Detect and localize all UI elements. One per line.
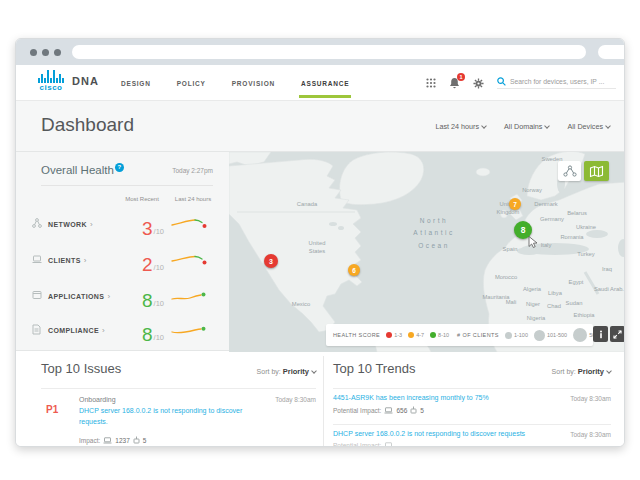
orange-range-dot	[408, 332, 414, 338]
map-expand-button[interactable]	[610, 326, 625, 342]
topology-view-button[interactable]	[558, 161, 581, 181]
nav-item-policy[interactable]: POLICY	[177, 65, 206, 101]
map-info-button[interactable]	[593, 326, 608, 342]
client-device-icon	[384, 442, 393, 447]
issue-category: Onboarding	[79, 396, 116, 403]
clients-icon	[32, 254, 42, 264]
help-icon[interactable]: ?	[115, 163, 124, 172]
clients-size-large	[573, 328, 587, 342]
health-score-legend-label: HEALTH SCORE	[333, 332, 380, 338]
trends-sort-dropdown[interactable]: Sort by:Priority	[552, 367, 611, 376]
map-legend: HEALTH SCORE 1-3 4-7 8-10 # OF CLIENTS 1…	[326, 324, 593, 346]
site-marker-southeast-us[interactable]: 6	[348, 264, 360, 276]
priority-badge: P1	[46, 404, 58, 415]
cisco-dna-logo[interactable]: cisco DNA	[38, 70, 99, 92]
cisco-logo-icon: cisco	[38, 70, 64, 92]
network-icon	[32, 218, 42, 228]
overall-health-section: Overall Health? Today 2:27pm Most Recent…	[16, 151, 625, 351]
trend-link[interactable]: DHCP server 168.0.0.2 is not responding …	[333, 430, 525, 437]
clients-legend-label: # OF CLIENTS	[457, 332, 499, 338]
compliance-score: 8	[142, 325, 153, 344]
clients-score: 2	[142, 255, 153, 274]
col-last-24-hours: Last 24 hours	[168, 196, 218, 202]
geo-health-map[interactable]: Canada United States Mexico Sweden Norwa…	[229, 152, 625, 352]
chevron-down-icon	[481, 123, 487, 129]
col-most-recent: Most Recent	[119, 196, 165, 202]
cisco-wordmark: cisco	[40, 84, 63, 92]
applications-score: 8	[142, 291, 153, 310]
main-menu: DESIGN POLICY PROVISION ASSURANCE	[121, 65, 349, 101]
network-sparkline	[171, 216, 209, 232]
trend-impact: Potential Impact: 656 5	[333, 406, 424, 414]
window-control-dot[interactable]	[30, 49, 37, 56]
issues-sort-dropdown[interactable]: Sort by:Priority	[257, 367, 316, 376]
issue-link[interactable]: DHCP server 168.0.0.2 is not responding …	[79, 406, 254, 427]
notification-count-badge: 1	[457, 73, 465, 81]
compliance-icon	[32, 324, 41, 335]
trends-title: Top 10 Trends	[333, 361, 415, 376]
client-device-icon	[384, 407, 393, 414]
nav-item-provision[interactable]: PROVISION	[232, 65, 275, 101]
applications-icon	[32, 290, 42, 300]
health-row-applications: APPLICATIONS 8/10	[16, 282, 229, 310]
window-control-dot[interactable]	[54, 49, 61, 56]
pointer-cursor-icon	[528, 236, 538, 248]
dashboard-filters: Last 24 hours All Domains All Devices	[436, 122, 610, 131]
trend-time: Today 8:30am	[570, 431, 611, 438]
network-link[interactable]: NETWORK	[48, 220, 93, 229]
page-header: Dashboard Last 24 hours All Domains All …	[16, 101, 625, 151]
access-point-icon	[410, 406, 417, 414]
chevron-down-icon	[545, 123, 551, 129]
divider	[41, 388, 316, 389]
issues-title: Top 10 Issues	[41, 361, 121, 376]
applications-link[interactable]: APPLICATIONS	[48, 292, 110, 301]
clients-link[interactable]: CLIENTS	[48, 256, 87, 265]
search-icon	[497, 77, 506, 86]
map-view-button[interactable]	[584, 161, 609, 181]
compliance-link[interactable]: COMPLIANCE	[48, 326, 105, 335]
clients-sparkline	[171, 252, 209, 268]
time-range-dropdown[interactable]: Last 24 hours	[436, 122, 487, 131]
devices-dropdown[interactable]: All Devices	[567, 122, 610, 131]
chevron-down-icon	[311, 368, 317, 374]
bottom-panels: Top 10 Issues Sort by:Priority P1 Onboar…	[16, 352, 625, 447]
health-row-network: NETWORK 3/10	[16, 210, 229, 238]
access-point-icon	[133, 436, 140, 444]
settings-gear-icon[interactable]	[473, 78, 484, 89]
apps-grid-icon[interactable]	[426, 78, 436, 88]
green-range-dot	[430, 332, 436, 338]
trend-impact: Potential Impact:	[333, 442, 393, 447]
overall-health-panel: Overall Health? Today 2:27pm Most Recent…	[16, 152, 229, 352]
nav-item-design[interactable]: DESIGN	[121, 65, 151, 101]
trend-link[interactable]: 4451-ASR9K has been increasing monthly t…	[333, 394, 489, 401]
trend-time: Today 8:30am	[570, 395, 611, 402]
screenshot-canvas: cisco DNA DESIGN POLICY PROVISION ASSURA…	[0, 0, 640, 480]
client-device-icon	[103, 437, 112, 444]
address-bar[interactable]	[72, 45, 586, 59]
search-input[interactable]	[510, 78, 616, 85]
window-control-dot[interactable]	[42, 49, 49, 56]
issue-impact: Impact: 1237 5	[79, 436, 146, 444]
divider	[333, 424, 611, 425]
chevron-down-icon	[606, 368, 612, 374]
divider	[333, 388, 611, 389]
network-score: 3	[142, 219, 153, 238]
site-marker-uk[interactable]: 7	[509, 198, 521, 210]
site-marker-west-us[interactable]: 3	[264, 254, 278, 268]
titlebar-side-pill	[598, 45, 625, 59]
red-range-dot	[386, 332, 392, 338]
page-title: Dashboard	[41, 114, 134, 136]
product-name: DNA	[72, 75, 99, 87]
compliance-sparkline	[171, 322, 209, 338]
browser-titlebar	[16, 39, 625, 65]
navbar-utilities: 1	[426, 65, 616, 101]
domains-dropdown[interactable]: All Domains	[504, 122, 549, 131]
app-navbar: cisco DNA DESIGN POLICY PROVISION ASSURA…	[16, 65, 625, 101]
global-search	[497, 77, 616, 89]
applications-sparkline	[171, 288, 209, 304]
notifications-bell-icon[interactable]: 1	[449, 77, 460, 89]
nav-item-assurance[interactable]: ASSURANCE	[301, 65, 349, 101]
divider	[41, 185, 213, 186]
chevron-down-icon	[605, 123, 611, 129]
health-row-clients: CLIENTS 2/10	[16, 246, 229, 274]
